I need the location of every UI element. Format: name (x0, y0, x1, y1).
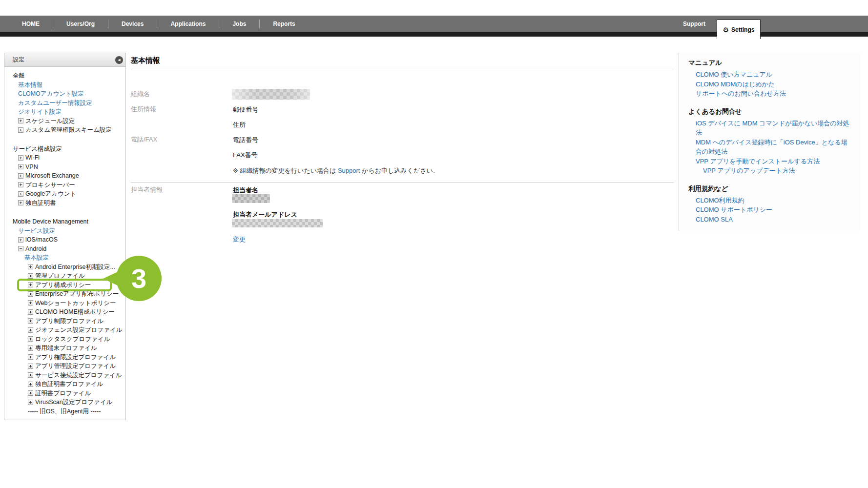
tree-item[interactable]: Webショートカットポリシー (4, 299, 125, 308)
help-link[interactable]: サポートへのお問い合わせ方法 (696, 89, 852, 99)
expand-plus-icon[interactable] (18, 164, 23, 169)
expand-plus-icon[interactable] (18, 182, 23, 187)
nav-item-applications[interactable]: Applications (157, 20, 219, 27)
help-section-gap (688, 99, 852, 103)
org-name-label: 組織名 (131, 90, 150, 99)
tree-item[interactable]: Enterpriseアプリ配布ポリシー (4, 289, 125, 299)
annotation-step-badge: 3 (116, 256, 162, 301)
tree-item[interactable]: Wi-Fi (4, 153, 125, 163)
expand-plus-icon[interactable] (18, 155, 23, 161)
fax-number-label: FAX番号 (233, 151, 258, 160)
help-link[interactable]: CLOMO SLA (696, 215, 852, 224)
tree-item[interactable]: ジオフェンス設定プロファイル (4, 325, 125, 335)
help-link[interactable]: MDM へのデバイス登録時に「iOS Device」となる場合の対処法 (696, 138, 852, 157)
help-link[interactable]: VPP アプリを手動でインストールする方法 (696, 157, 852, 166)
address-info-label: 住所情報 (131, 105, 156, 114)
tree-item[interactable]: 証明書プロファイル (4, 389, 125, 398)
expand-plus-icon[interactable] (28, 336, 33, 342)
nav-item-home[interactable]: HOME (9, 20, 53, 27)
tree-item[interactable]: CLOMOアカウント設定 (4, 89, 125, 99)
tree-item[interactable]: 独自証明書プロファイル (4, 380, 125, 389)
help-link[interactable]: iOS デバイスに MDM コマンドが届かない場合の対処法 (696, 119, 852, 138)
tree-item[interactable]: プロキシサーバー (4, 181, 125, 190)
expand-plus-icon[interactable] (28, 382, 33, 387)
expand-plus-icon[interactable] (28, 309, 33, 315)
expand-plus-icon[interactable] (28, 400, 33, 405)
expand-plus-icon[interactable] (28, 264, 33, 269)
tree-item[interactable]: CLOMO HOME構成ポリシー (4, 307, 125, 317)
tree-item[interactable]: Googleアカウント (4, 189, 125, 199)
expand-plus-icon[interactable] (28, 273, 33, 279)
tree-item-label: 基本設定 (24, 253, 49, 263)
nav-item-reports[interactable]: Reports (260, 20, 308, 27)
tree-item[interactable]: Microsoft Exchange (4, 171, 125, 181)
address-label: 住所 (233, 121, 246, 129)
tree-item-label: カスタムユーザー情報設定 (18, 99, 92, 108)
help-link[interactable]: VPP アプリのアップデート方法 (703, 166, 852, 176)
tree-item-label: iOS/macOS (25, 235, 58, 244)
gear-icon: ⚙ (723, 26, 729, 33)
tree-item[interactable]: Android Enterprise初期設定... (4, 263, 125, 272)
contact-name-label: 担当者名 (233, 186, 258, 195)
tree-item[interactable]: スケジュール設定 (4, 117, 125, 126)
expand-plus-icon[interactable] (28, 390, 33, 396)
expand-plus-icon[interactable] (28, 354, 33, 360)
tab-settings[interactable]: ⚙ Settings (717, 20, 761, 39)
tree-item[interactable]: アプリ権限設定プロファイル (4, 353, 125, 362)
nav-item-users-org[interactable]: Users/Org (53, 20, 108, 27)
sidebar-title: 設定 (13, 56, 24, 64)
tree-item[interactable]: ロックタスクプロファイル (4, 335, 125, 344)
tree-item[interactable]: 専用端末プロファイル (4, 344, 125, 353)
tree-item[interactable]: カスタムユーザー情報設定 (4, 99, 125, 108)
expand-plus-icon[interactable] (18, 237, 23, 243)
support-link[interactable]: Support (338, 167, 360, 174)
nav-item-jobs[interactable]: Jobs (219, 20, 259, 27)
nav-item-support[interactable]: Support (683, 16, 705, 32)
expand-plus-icon[interactable] (18, 191, 23, 197)
expand-plus-icon[interactable] (18, 127, 23, 133)
expand-plus-icon[interactable] (18, 173, 23, 179)
expand-plus-icon[interactable] (28, 327, 33, 333)
expand-plus-icon[interactable] (28, 346, 33, 351)
expand-plus-icon[interactable] (28, 291, 33, 297)
tree-item-label: CLOMOアカウント設定 (18, 89, 84, 99)
tree-item[interactable]: 独自証明書 (4, 199, 125, 208)
tree-item[interactable]: VPN (4, 163, 125, 172)
help-link[interactable]: CLOMO サポートポリシー (696, 205, 852, 215)
nav-item-devices[interactable]: Devices (108, 20, 157, 27)
expand-plus-icon[interactable] (28, 282, 33, 287)
tree-item-label: アプリ構成ポリシー (35, 281, 91, 290)
tree-item-label: Webショートカットポリシー (35, 299, 116, 308)
tree-item-label: CLOMO HOME構成ポリシー (35, 307, 115, 317)
expand-plus-icon[interactable] (18, 118, 23, 123)
expand-plus-icon[interactable] (18, 200, 23, 205)
main-panel: 基本情報 組織名 住所情報 郵便番号 住所 電話/FAX 電話番号 FAX番号 … (131, 53, 674, 248)
tree-item-label: スケジュール設定 (25, 117, 75, 126)
tree-item[interactable]: 基本設定 (4, 253, 125, 263)
tree-item[interactable]: ジオサイト設定 (4, 107, 125, 117)
expand-plus-icon[interactable] (28, 300, 33, 305)
tree-item[interactable]: 基本情報 (4, 81, 125, 90)
tree-item-label: サービス設定 (18, 226, 55, 236)
collapse-button[interactable]: ◀ (115, 56, 123, 64)
collapse-minus-icon[interactable] (18, 246, 23, 251)
tree-item[interactable]: Android (4, 244, 125, 254)
change-link[interactable]: 変更 (233, 235, 246, 244)
help-link[interactable]: CLOMO利用規約 (696, 196, 852, 205)
tree-item-label: Enterpriseアプリ配布ポリシー (35, 289, 119, 299)
tree-item[interactable]: VirusScan設定プロファイル (4, 398, 125, 407)
expand-plus-icon[interactable] (28, 364, 33, 369)
help-link[interactable]: CLOMO MDMのはじめかた (696, 80, 852, 89)
tree-item[interactable]: アプリ制限プロファイル (4, 317, 125, 326)
expand-plus-icon[interactable] (28, 318, 33, 324)
tree-item[interactable]: カスタム管理権限スキーム設定 (4, 125, 125, 135)
tree-item[interactable]: アプリ管理設定プロファイル (4, 362, 125, 371)
help-section-title: よくあるお問合せ (688, 107, 852, 116)
redacted-contact-name (232, 194, 270, 203)
tree-item[interactable]: サービス接続設定プロファイル (4, 371, 125, 380)
tree-item[interactable]: iOS/macOS (4, 235, 125, 244)
tree-item[interactable]: サービス設定 (4, 226, 125, 236)
help-link[interactable]: CLOMO 使い方マニュアル (696, 70, 852, 80)
expand-plus-icon[interactable] (28, 372, 33, 378)
settings-tab-label: Settings (731, 26, 754, 33)
